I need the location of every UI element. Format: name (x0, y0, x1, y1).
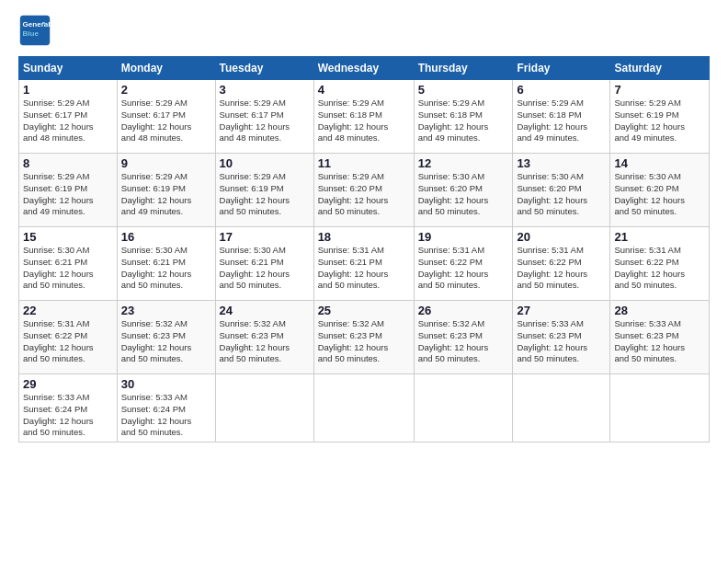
calendar-cell: 3Sunrise: 5:29 AM Sunset: 6:17 PM Daylig… (215, 80, 313, 154)
day-number: 15 (23, 230, 113, 244)
calendar-cell: 22Sunrise: 5:31 AM Sunset: 6:22 PM Dayli… (19, 301, 118, 374)
calendar-cell: 11Sunrise: 5:29 AM Sunset: 6:20 PM Dayli… (313, 154, 414, 227)
day-number: 27 (517, 304, 606, 317)
day-info: Sunrise: 5:31 AM Sunset: 6:21 PM Dayligh… (318, 245, 410, 292)
calendar-weekday-sunday: Sunday (19, 57, 118, 80)
day-number: 21 (614, 230, 705, 244)
day-info: Sunrise: 5:29 AM Sunset: 6:19 PM Dayligh… (614, 98, 705, 144)
calendar-week-row-5: 29Sunrise: 5:33 AM Sunset: 6:24 PM Dayli… (19, 374, 710, 442)
day-number: 8 (23, 156, 113, 170)
calendar-cell: 4Sunrise: 5:29 AM Sunset: 6:18 PM Daylig… (313, 80, 414, 154)
calendar-week-row-1: 1Sunrise: 5:29 AM Sunset: 6:17 PM Daylig… (19, 80, 710, 154)
calendar-cell: 14Sunrise: 5:30 AM Sunset: 6:20 PM Dayli… (610, 154, 710, 227)
day-number: 17 (220, 230, 310, 244)
day-info: Sunrise: 5:29 AM Sunset: 6:19 PM Dayligh… (220, 171, 310, 218)
calendar-cell: 7Sunrise: 5:29 AM Sunset: 6:19 PM Daylig… (610, 80, 710, 154)
page: General Blue SundayMondayTuesdayWednesda… (0, 0, 728, 563)
day-number: 2 (121, 83, 211, 97)
day-number: 28 (614, 304, 705, 317)
logo: General Blue (18, 14, 55, 47)
day-info: Sunrise: 5:30 AM Sunset: 6:21 PM Dayligh… (220, 245, 310, 292)
day-info: Sunrise: 5:32 AM Sunset: 6:23 PM Dayligh… (318, 318, 410, 365)
day-info: Sunrise: 5:33 AM Sunset: 6:23 PM Dayligh… (614, 318, 705, 365)
calendar-cell (610, 374, 710, 442)
calendar-cell: 24Sunrise: 5:32 AM Sunset: 6:23 PM Dayli… (215, 301, 313, 374)
day-number: 4 (318, 83, 410, 97)
day-info: Sunrise: 5:33 AM Sunset: 6:23 PM Dayligh… (517, 318, 606, 365)
day-number: 9 (121, 156, 211, 170)
calendar-weekday-wednesday: Wednesday (313, 57, 414, 80)
calendar-cell: 13Sunrise: 5:30 AM Sunset: 6:20 PM Dayli… (513, 154, 610, 227)
day-number: 30 (121, 377, 211, 391)
calendar-cell: 5Sunrise: 5:29 AM Sunset: 6:18 PM Daylig… (414, 80, 513, 154)
day-info: Sunrise: 5:29 AM Sunset: 6:17 PM Dayligh… (220, 98, 310, 144)
day-number: 29 (23, 377, 113, 391)
day-info: Sunrise: 5:31 AM Sunset: 6:22 PM Dayligh… (614, 245, 705, 292)
calendar-week-row-4: 22Sunrise: 5:31 AM Sunset: 6:22 PM Dayli… (19, 301, 710, 374)
day-number: 1 (23, 83, 113, 97)
day-number: 14 (614, 156, 705, 170)
calendar: SundayMondayTuesdayWednesdayThursdayFrid… (18, 56, 710, 442)
calendar-cell: 16Sunrise: 5:30 AM Sunset: 6:21 PM Dayli… (117, 227, 215, 301)
day-info: Sunrise: 5:29 AM Sunset: 6:19 PM Dayligh… (23, 171, 113, 218)
day-number: 19 (418, 230, 509, 244)
day-number: 22 (23, 304, 113, 317)
day-info: Sunrise: 5:32 AM Sunset: 6:23 PM Dayligh… (418, 318, 509, 365)
day-info: Sunrise: 5:33 AM Sunset: 6:24 PM Dayligh… (121, 392, 211, 439)
calendar-cell: 8Sunrise: 5:29 AM Sunset: 6:19 PM Daylig… (19, 154, 118, 227)
day-info: Sunrise: 5:29 AM Sunset: 6:20 PM Dayligh… (318, 171, 410, 218)
calendar-cell: 20Sunrise: 5:31 AM Sunset: 6:22 PM Dayli… (513, 227, 610, 301)
day-number: 24 (220, 304, 310, 317)
calendar-header-row: SundayMondayTuesdayWednesdayThursdayFrid… (19, 57, 710, 80)
calendar-cell: 12Sunrise: 5:30 AM Sunset: 6:20 PM Dayli… (414, 154, 513, 227)
header: General Blue (18, 14, 710, 47)
day-number: 7 (614, 83, 705, 97)
day-number: 12 (418, 156, 509, 170)
day-info: Sunrise: 5:29 AM Sunset: 6:18 PM Dayligh… (517, 98, 606, 144)
day-info: Sunrise: 5:30 AM Sunset: 6:20 PM Dayligh… (418, 171, 509, 218)
calendar-weekday-tuesday: Tuesday (215, 57, 313, 80)
day-info: Sunrise: 5:29 AM Sunset: 6:18 PM Dayligh… (418, 98, 509, 144)
day-info: Sunrise: 5:33 AM Sunset: 6:24 PM Dayligh… (23, 392, 113, 439)
day-number: 13 (517, 156, 606, 170)
calendar-weekday-friday: Friday (513, 57, 610, 80)
day-info: Sunrise: 5:31 AM Sunset: 6:22 PM Dayligh… (517, 245, 606, 292)
calendar-weekday-saturday: Saturday (610, 57, 710, 80)
calendar-cell: 17Sunrise: 5:30 AM Sunset: 6:21 PM Dayli… (215, 227, 313, 301)
day-number: 20 (517, 230, 606, 244)
calendar-weekday-thursday: Thursday (414, 57, 513, 80)
day-info: Sunrise: 5:32 AM Sunset: 6:23 PM Dayligh… (220, 318, 310, 365)
day-info: Sunrise: 5:29 AM Sunset: 6:18 PM Dayligh… (318, 98, 410, 144)
day-number: 10 (220, 156, 310, 170)
calendar-cell: 30Sunrise: 5:33 AM Sunset: 6:24 PM Dayli… (117, 374, 215, 442)
calendar-cell (215, 374, 313, 442)
day-number: 5 (418, 83, 509, 97)
day-info: Sunrise: 5:29 AM Sunset: 6:17 PM Dayligh… (23, 98, 113, 144)
day-number: 16 (121, 230, 211, 244)
day-info: Sunrise: 5:29 AM Sunset: 6:17 PM Dayligh… (121, 98, 211, 144)
day-info: Sunrise: 5:30 AM Sunset: 6:21 PM Dayligh… (23, 245, 113, 292)
day-info: Sunrise: 5:31 AM Sunset: 6:22 PM Dayligh… (418, 245, 509, 292)
calendar-cell: 15Sunrise: 5:30 AM Sunset: 6:21 PM Dayli… (19, 227, 118, 301)
day-number: 6 (517, 83, 606, 97)
calendar-cell: 18Sunrise: 5:31 AM Sunset: 6:21 PM Dayli… (313, 227, 414, 301)
day-number: 26 (418, 304, 509, 317)
day-number: 11 (318, 156, 410, 170)
calendar-cell: 28Sunrise: 5:33 AM Sunset: 6:23 PM Dayli… (610, 301, 710, 374)
calendar-cell: 26Sunrise: 5:32 AM Sunset: 6:23 PM Dayli… (414, 301, 513, 374)
logo-icon: General Blue (18, 14, 51, 47)
calendar-cell: 25Sunrise: 5:32 AM Sunset: 6:23 PM Dayli… (313, 301, 414, 374)
calendar-cell: 21Sunrise: 5:31 AM Sunset: 6:22 PM Dayli… (610, 227, 710, 301)
day-info: Sunrise: 5:29 AM Sunset: 6:19 PM Dayligh… (121, 171, 211, 218)
day-number: 25 (318, 304, 410, 317)
calendar-cell: 9Sunrise: 5:29 AM Sunset: 6:19 PM Daylig… (117, 154, 215, 227)
day-number: 23 (121, 304, 211, 317)
svg-text:Blue: Blue (23, 29, 40, 38)
calendar-cell: 6Sunrise: 5:29 AM Sunset: 6:18 PM Daylig… (513, 80, 610, 154)
day-number: 18 (318, 230, 410, 244)
calendar-weekday-monday: Monday (117, 57, 215, 80)
calendar-week-row-3: 15Sunrise: 5:30 AM Sunset: 6:21 PM Dayli… (19, 227, 710, 301)
day-info: Sunrise: 5:30 AM Sunset: 6:20 PM Dayligh… (614, 171, 705, 218)
day-number: 3 (220, 83, 310, 97)
calendar-cell (313, 374, 414, 442)
